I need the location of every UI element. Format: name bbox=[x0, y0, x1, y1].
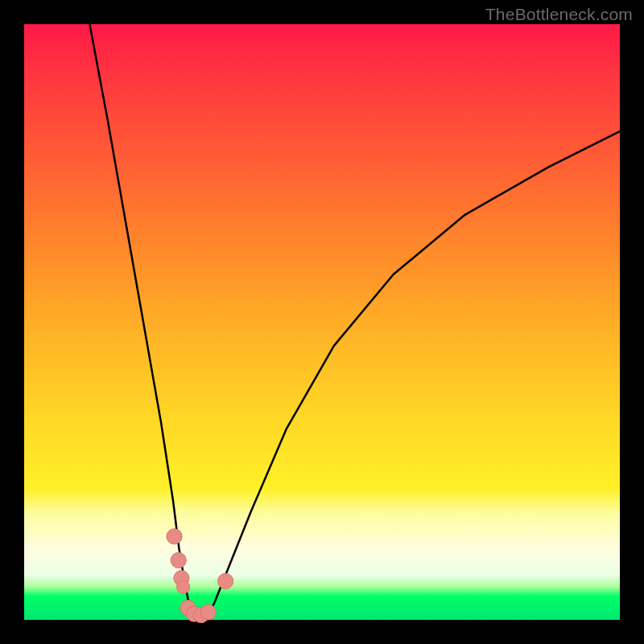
markers-layer bbox=[167, 529, 233, 623]
frame: TheBottleneck.com bbox=[0, 0, 644, 644]
curve-layer bbox=[89, 24, 620, 617]
plot-area bbox=[24, 24, 620, 620]
left-cluster-2 bbox=[171, 552, 186, 568]
right-dot bbox=[218, 573, 233, 588]
watermark-text: TheBottleneck.com bbox=[485, 5, 633, 24]
bottleneck-curve bbox=[89, 24, 620, 617]
vertex-4 bbox=[200, 605, 216, 620]
left-cluster-4 bbox=[177, 580, 190, 593]
left-cluster-1 bbox=[167, 529, 182, 544]
curve-svg bbox=[24, 24, 620, 620]
